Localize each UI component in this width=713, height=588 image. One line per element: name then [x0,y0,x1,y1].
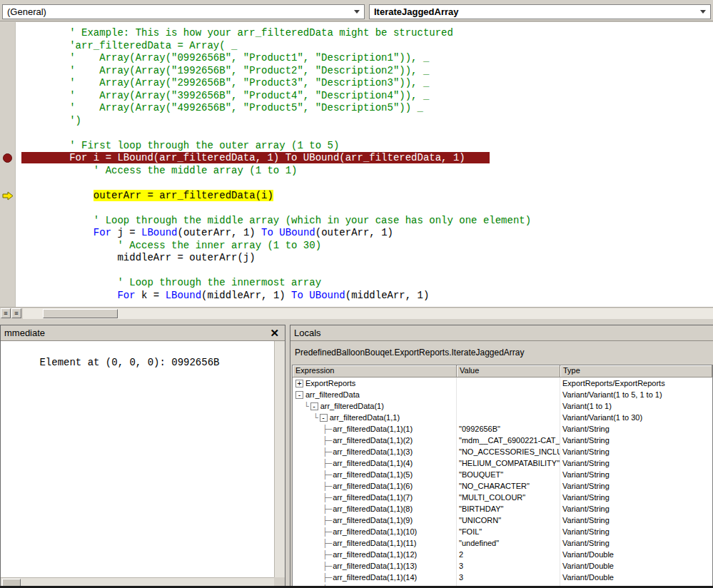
code-segment: k = [136,290,166,301]
tree-branch-icon: ├─ [323,493,332,502]
value-cell: "FOIL" [457,526,560,537]
locals-row[interactable]: ├─arr_filteredData(1,1)(11)"undefined"Va… [293,537,712,549]
immediate-content[interactable]: Element at (0, 0, 0): 0992656B [1,341,274,577]
locals-row[interactable]: ├─arr_filteredData(1,1)(10)"FOIL"Variant… [293,526,712,537]
code-segment: ' Array(Array("4992656B", "Product5", "D… [69,102,423,113]
code-segment [21,152,69,163]
tree-branch-icon: ├─ [323,459,332,468]
locals-row[interactable]: └-arr_filteredData(1)Variant(1 to 1) [293,400,712,412]
immediate-vertical-scrollbar[interactable] [274,341,285,577]
type-cell: Variant/String [560,469,712,480]
tree-branch-icon: ├─ [323,550,332,559]
expression-label: arr_filteredData(1,1)(13) [333,562,417,570]
code-line: ' Loop through the innermost array [21,277,713,290]
locals-row[interactable]: └-arr_filteredData(1,1)Variant/Variant(1… [293,412,712,423]
code-line: For j = LBound(outerArr, 1) To UBound(ou… [21,227,713,240]
locals-row[interactable]: ├─arr_filteredData(1,1)(4)"HELIUM_COMPAT… [293,457,712,469]
type-cell: Variant(1 to 1) [560,400,712,412]
locals-row[interactable]: ├─arr_filteredData(1,1)(7)"MULTI_COLOUR"… [293,492,712,503]
expression-cell: ├─arr_filteredData(1,1)(6) [293,480,457,492]
procedure-dropdown-value: IterateJaggedArray [374,6,459,17]
object-dropdown-value: (General) [7,6,46,17]
breakpoint-indicator-icon[interactable] [3,153,12,163]
code-segment: For [117,290,135,301]
locals-row[interactable]: ├─arr_filteredData(1,1)(13)3Variant/Doub… [293,560,712,572]
expression-label: arr_filteredData(1,1)(2) [333,436,413,445]
locals-table: ExpressionValueType +ExportReportsExport… [292,365,713,587]
type-cell: Variant/Double [560,549,712,560]
code-line [21,177,713,190]
code-line: For k = LBound(middleArr, 1) To UBound(m… [21,290,713,303]
execution-pointer-icon[interactable] [2,191,14,201]
expression-label: ExportReports [305,379,355,387]
expression-cell: ├─arr_filteredData(1,1)(13) [293,560,457,572]
code-segment [21,215,93,226]
immediate-window: mmediate ✕ Element at (0, 0, 0): 0992656… [0,325,285,588]
code-line: ' Access the inner array (1 to 30) [21,240,713,253]
locals-row[interactable]: ├─arr_filteredData(1,1)(1)"0992656B"Vari… [293,423,712,435]
code-segment [21,140,69,151]
code-segment: UBound [309,290,345,301]
collapse-icon[interactable]: - [295,391,303,399]
code-horizontal-scrollbar[interactable]: ≡ ≡ [0,307,713,319]
procedure-dropdown[interactable]: IterateJaggedArray [369,4,711,19]
locals-window: Locals PredefinedBalloonBouqet.ExportRep… [290,325,713,588]
expression-cell: ├─arr_filteredData(1,1)(3) [293,446,457,457]
locals-row[interactable]: ├─arr_filteredData(1,1)(8)"BIRTHDAY"Vari… [293,503,712,514]
locals-column-header[interactable]: Expression [293,365,457,377]
locals-row[interactable]: ├─arr_filteredData(1,1)(14)3Variant/Doub… [293,572,712,583]
code-editor[interactable]: ' Example: This is how your arr_filtered… [16,22,713,307]
locals-row[interactable]: ├─arr_filteredData(1,1)(12)2Variant/Doub… [293,549,712,560]
expression-cell: └-arr_filteredData(1,1) [293,412,457,423]
tree-branch-icon: ├─ [323,573,332,582]
locals-row[interactable]: ├─arr_filteredData(1,1)(2)"mdm__CAT_6900… [293,435,712,446]
locals-row[interactable]: ├─arr_filteredData(1,1)(6)"NO_CHARACTER"… [293,480,712,492]
tree-branch-icon: ├─ [323,505,332,514]
locals-row[interactable]: ├─arr_filteredData(1,1)(9)"UNICORN"Varia… [293,514,712,526]
code-line: ' Loop through the middle array (which i… [21,215,713,228]
code-segment: For i = LBound(arr_filteredData, 1) To U… [69,152,465,163]
locals-row[interactable]: -arr_filteredDataVariant/Variant(1 to 5,… [293,389,712,400]
type-cell: Variant/String [560,435,712,446]
locals-title-bar[interactable]: Locals [290,325,713,341]
value-cell: "NO_CHARACTER" [457,480,560,492]
value-cell: "HELIUM_COMPATABILITY" [457,457,560,469]
code-segment: ' Loop through the innermost array [117,277,321,288]
scrollbar-thumb[interactable] [43,309,118,318]
close-icon[interactable]: ✕ [268,328,281,338]
locals-column-header[interactable]: Value [457,365,560,377]
locals-column-header[interactable]: Type [560,365,712,377]
code-line [21,265,713,278]
type-cell: Variant/Double [560,572,712,583]
code-segment: UBound [279,227,315,238]
code-line: ' Array(Array("4992656B", "Product5", "D… [21,102,713,115]
chevron-down-icon [700,10,706,14]
view-split-button-1[interactable]: ≡ [1,308,11,318]
collapse-icon[interactable]: - [310,402,318,410]
object-dropdown[interactable]: (General) [2,4,365,19]
expression-cell: ├─arr_filteredData(1,1)(1) [293,423,457,435]
expression-cell: └-arr_filteredData(1) [293,400,457,412]
breakpoint-margin[interactable] [0,22,16,307]
view-split-button-2[interactable]: ≡ [11,308,21,318]
value-cell: "mdm__CAT_6900221-CAT_( [457,435,560,446]
expression-label: arr_filteredData(1,1)(10) [333,527,417,536]
expression-cell: ├─arr_filteredData(1,1)(10) [293,526,457,537]
type-cell: Variant/String [560,446,712,457]
immediate-title-bar[interactable]: mmediate ✕ [1,325,285,341]
locals-row[interactable]: ├─arr_filteredData(1,1)(3)"NO_ACCESSORIE… [293,446,712,457]
type-cell: Variant/String [560,480,712,492]
collapse-icon[interactable]: - [320,414,328,422]
expand-icon[interactable]: + [295,380,303,387]
code-segment: ' Access the middle array (1 to 1) [93,165,298,176]
expression-cell: ├─arr_filteredData(1,1)(11) [293,537,457,549]
tree-branch-icon: └ [313,413,318,422]
code-segment: outerArr = arr_filteredData(i) [93,190,273,201]
value-cell [457,389,560,400]
code-line: ' Access the middle array (1 to 1) [21,165,713,178]
locals-row[interactable]: +ExportReportsExportReports/ExportReport… [293,377,712,389]
scrollbar-track[interactable] [23,308,713,319]
type-cell: Variant/String [560,537,712,549]
locals-row[interactable]: ├─arr_filteredData(1,1)(5)"BOUQUET"Varia… [293,469,712,480]
expression-label: arr_filteredData(1,1)(8) [333,505,413,513]
